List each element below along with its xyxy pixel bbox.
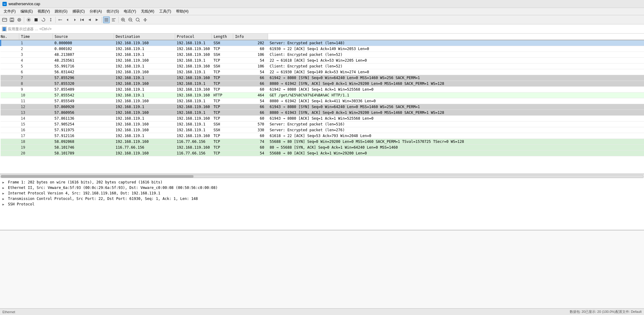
row-marker bbox=[1, 150, 19, 156]
packet-protocol: SSH bbox=[212, 127, 233, 133]
table-row[interactable]: 1157.855549192.168.119.160192.168.119.1T… bbox=[1, 98, 644, 104]
table-row[interactable]: 656.031442192.168.119.160192.168.119.1TC… bbox=[1, 69, 644, 75]
title-bar: W weatherservice.cap bbox=[0, 0, 644, 8]
table-row[interactable]: 2058.101789192.168.119.160116.77.66.156T… bbox=[1, 150, 644, 156]
svg-rect-5 bbox=[11, 18, 13, 19]
table-row[interactable]: 20.000102192.168.119.1192.168.119.160TCP… bbox=[1, 46, 644, 52]
packet-info: Server: Encrypted packet (len=516) bbox=[268, 121, 644, 127]
restart-button[interactable] bbox=[40, 16, 47, 23]
table-row[interactable]: 957.855409192.168.119.1192.168.119.160TC… bbox=[1, 87, 644, 92]
packet-destination: 192.168.119.160 bbox=[175, 116, 212, 121]
menu-tools[interactable]: 工具(T) bbox=[157, 8, 174, 15]
menu-help[interactable]: 帮助(H) bbox=[174, 8, 191, 15]
next-packet-button[interactable] bbox=[94, 16, 100, 23]
col-protocol-header[interactable]: Protocol bbox=[175, 34, 212, 40]
hscroll-thumb[interactable] bbox=[1, 175, 193, 178]
reload-button[interactable] bbox=[57, 16, 64, 23]
zoom-out-button[interactable] bbox=[127, 16, 134, 23]
svg-marker-20 bbox=[74, 19, 76, 21]
svg-line-37 bbox=[131, 21, 132, 22]
detail-frame-row[interactable]: ▶ Frame 1: 202 bytes on wire (1616 bits)… bbox=[0, 179, 644, 185]
packet-list[interactable]: No. Time Source Destination Protocol Len… bbox=[0, 34, 644, 174]
table-row[interactable]: 757.855296192.168.119.1192.168.119.160TC… bbox=[1, 75, 644, 81]
packet-no: 4 bbox=[19, 58, 53, 63]
packet-time: 57.860920 bbox=[53, 104, 114, 110]
menu-view[interactable]: 视图(V) bbox=[35, 8, 52, 15]
close-capture-button[interactable] bbox=[16, 16, 23, 23]
filter-input[interactable] bbox=[8, 27, 642, 31]
normal-size-button[interactable] bbox=[134, 16, 141, 23]
menu-capture[interactable]: 捕获(C) bbox=[70, 8, 87, 15]
detail-ssh-row[interactable]: ▶ SSH Protocol bbox=[0, 201, 644, 207]
detail-ethernet-row[interactable]: ▶ Ethernet II, Src: Vmware_6a:5f:93 (00:… bbox=[0, 185, 644, 190]
frame-expand-arrow[interactable]: ▶ bbox=[2, 181, 7, 184]
col-no-header[interactable]: No. bbox=[1, 34, 19, 40]
packet-source: 192.168.119.160 bbox=[114, 58, 175, 63]
table-row[interactable]: 1057.855542192.168.119.1192.168.119.160H… bbox=[1, 92, 644, 98]
table-row[interactable]: 1557.905254192.168.119.160192.168.119.1S… bbox=[1, 121, 644, 127]
menu-analyze[interactable]: 分析(A) bbox=[87, 8, 104, 15]
packet-time: 57.861136 bbox=[53, 116, 114, 121]
packet-destination: 192.168.119.1 bbox=[175, 69, 212, 75]
detail-tcp-row[interactable]: ▶ Transmission Control Protocol, Src Por… bbox=[0, 196, 644, 201]
col-info-header[interactable]: Info bbox=[233, 34, 268, 40]
resize-panes-button[interactable] bbox=[142, 16, 149, 23]
table-row[interactable]: 1757.912116192.168.119.1192.168.119.160T… bbox=[1, 133, 644, 139]
stop-capture-button[interactable] bbox=[33, 16, 39, 23]
table-row[interactable]: 348.213807192.168.119.1192.168.119.160SS… bbox=[1, 52, 644, 58]
tcp-expand-arrow[interactable]: ▶ bbox=[2, 197, 7, 201]
zoom-in-button[interactable] bbox=[120, 16, 127, 23]
ip-expand-arrow[interactable]: ▶ bbox=[2, 192, 7, 195]
svg-rect-6 bbox=[11, 20, 13, 21]
options-button[interactable] bbox=[47, 16, 54, 23]
save-button[interactable] bbox=[9, 16, 15, 23]
ethernet-expand-arrow[interactable]: ▶ bbox=[2, 186, 7, 190]
table-row[interactable]: 1257.860920192.168.119.1192.168.119.160T… bbox=[1, 104, 644, 110]
first-packet-button[interactable] bbox=[79, 16, 86, 23]
packet-destination: 116.77.66.156 bbox=[175, 139, 212, 145]
packet-source: 192.168.119.1 bbox=[114, 92, 175, 98]
packet-protocol: TCP bbox=[212, 75, 233, 81]
row-marker bbox=[1, 145, 19, 150]
table-row[interactable]: 857.855320192.168.119.160192.168.119.1TC… bbox=[1, 81, 644, 87]
table-row[interactable]: 448.253561192.168.119.160192.168.119.1TC… bbox=[1, 58, 644, 63]
packet-info: 22 → 61930 [ACK] Seq=149 Ack=53 Win=274 … bbox=[268, 69, 644, 75]
prev-packet-button[interactable] bbox=[86, 16, 93, 23]
horizontal-scrollbar[interactable] bbox=[0, 174, 644, 178]
table-row[interactable]: 1657.911975192.168.119.160192.168.119.1S… bbox=[1, 127, 644, 133]
packet-info: Client: Encrypted packet (len=52) bbox=[268, 52, 644, 58]
ssh-expand-arrow[interactable]: ▶ bbox=[2, 203, 7, 206]
table-row[interactable]: 1858.092068192.168.119.160116.77.66.156T… bbox=[1, 139, 644, 145]
menu-telephony[interactable]: 电话(Y) bbox=[121, 8, 138, 15]
forward-button[interactable] bbox=[72, 16, 78, 23]
start-capture-button[interactable] bbox=[25, 16, 32, 23]
packet-detail-pane: ▶ Frame 1: 202 bytes on wire (1616 bits)… bbox=[0, 178, 644, 230]
menu-go[interactable]: 跳转(G) bbox=[52, 8, 70, 15]
status-bar: Ethernet 数据包: 20 已显示: 20 (100.0%) 配置文件: … bbox=[0, 308, 644, 315]
table-row[interactable]: 10.000000192.168.119.160192.168.119.1SSH… bbox=[1, 40, 644, 46]
packet-info: 61943 → 8080 [ACK] Seq=1 Ack=1 Win=52556… bbox=[268, 116, 644, 121]
col-time-header[interactable]: Time bbox=[19, 34, 53, 40]
separator-1 bbox=[24, 17, 24, 23]
packet-destination: 192.168.119.1 bbox=[175, 40, 212, 46]
hscroll-track[interactable] bbox=[1, 175, 643, 178]
packet-info: 22 → 61618 [ACK] Seq=1 Ack=53 Win=2205 L… bbox=[268, 58, 644, 63]
packet-length: 60 bbox=[233, 145, 268, 150]
table-row[interactable]: 1958.101746116.77.66.156192.168.119.160T… bbox=[1, 145, 644, 150]
col-length-header[interactable]: Length bbox=[212, 34, 233, 40]
resize-columns-button[interactable] bbox=[110, 16, 117, 23]
autosize-button[interactable] bbox=[103, 16, 110, 23]
menu-edit[interactable]: 编辑(E) bbox=[18, 8, 35, 15]
col-source-header[interactable]: Source bbox=[53, 34, 114, 40]
menu-file[interactable]: 文件(F) bbox=[1, 8, 18, 15]
menu-wireless[interactable]: 无线(W) bbox=[138, 8, 156, 15]
back-button[interactable] bbox=[64, 16, 71, 23]
open-button[interactable] bbox=[1, 16, 8, 23]
col-destination-header[interactable]: Destination bbox=[114, 34, 175, 40]
table-row[interactable]: 1357.860956192.168.119.160192.168.119.1T… bbox=[1, 110, 644, 116]
packet-length: 106 bbox=[233, 52, 268, 58]
menu-statistics[interactable]: 统计(S) bbox=[104, 8, 121, 15]
detail-ip-row[interactable]: ▶ Internet Protocol Version 4, Src: 192.… bbox=[0, 190, 644, 196]
table-row[interactable]: 1457.861136192.168.119.1192.168.119.160T… bbox=[1, 116, 644, 121]
table-row[interactable]: 555.991716192.168.119.1192.168.119.160SS… bbox=[1, 63, 644, 69]
